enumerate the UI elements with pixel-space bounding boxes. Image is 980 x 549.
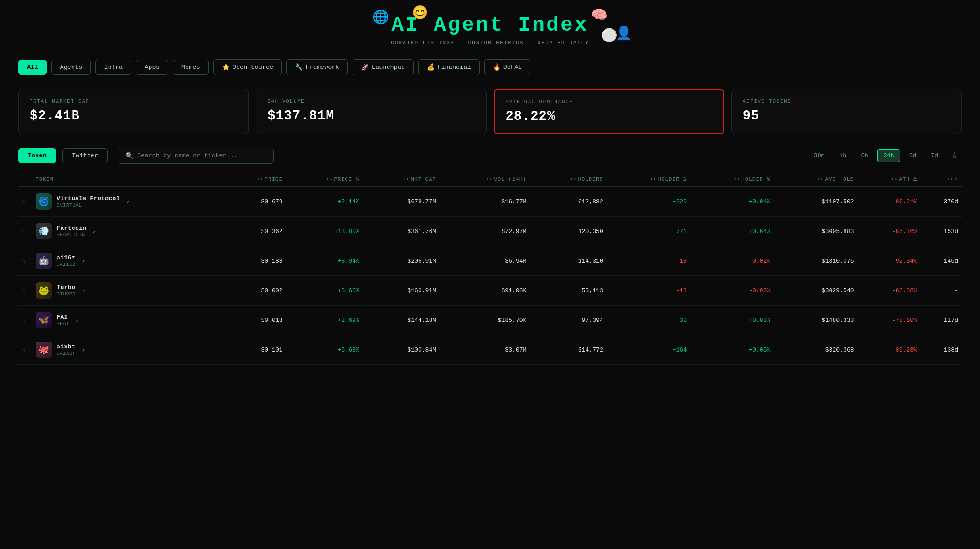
filter-infra[interactable]: Infra [95,60,131,75]
token-tab[interactable]: Token [18,148,56,163]
row-price-1: $0.362 [223,217,286,246]
token-link-icon-4[interactable]: ↗ [76,317,79,323]
stat-dominance: $VIRTUAL DOMINANCE 28.22% [494,89,724,134]
filter-financial[interactable]: 💰 Financial [418,59,479,75]
token-bar: Token Twitter 🔍 30m 1h 6h 24h 3d 7d ☆ [0,143,980,171]
row-price-3: $0.002 [223,276,286,306]
th-ath-delta[interactable]: ⬆⬇ATH Δ [858,171,921,187]
stat-dominance-label: $VIRTUAL DOMINANCE [506,99,712,104]
favorites-button[interactable]: ☆ [947,149,962,162]
row-holder-pct-2: -0.02% [690,246,774,276]
table-header-row: TOKEN ⬆⬇PRICE ⬆⬇PRICE % ⬆⬇MKT CAP ⬆⬇VOL … [18,171,962,187]
token-ticker-0: $VIRTUAL [57,202,120,208]
row-vol-24h-4: $185.70K [440,306,530,335]
token-link-icon-5[interactable]: ↗ [82,347,85,353]
filter-all[interactable]: All [18,60,47,75]
filter-launchpad[interactable]: 🚀 Launchpad [353,59,414,75]
filter-agents[interactable]: Agents [51,60,91,75]
row-star-5[interactable]: ☆ [18,335,32,365]
row-price-pct-2: +8.94% [286,246,363,276]
stat-volume: 24H VOLUME $137.81M [256,89,486,134]
filter-framework[interactable]: 🔧 Framework [286,59,347,75]
row-avg-hold-1: $3005.883 [774,217,857,246]
row-star-2[interactable]: ☆ [18,246,32,276]
stat-volume-label: 24H VOLUME [267,98,475,104]
th-holder-pct[interactable]: ⬆⬇HOLDER % [690,171,774,187]
page-header: 🌐 😊 🧠 ⚪ 👤 AI Agent Index CURATED LISTING… [0,0,980,50]
token-name-4: FAI [57,314,69,321]
row-mkt-cap-5: $100.84M [363,335,440,365]
table-row: ☆ 🦋 FAI $FAI ↗ $0.018 +2.69% $144.18M $1… [18,306,962,335]
filter-defai[interactable]: 🔥 DeFAI [484,59,531,75]
row-star-0[interactable]: ☆ [18,187,32,217]
row-holders-2: 114,310 [530,246,607,276]
token-table-container: TOKEN ⬆⬇PRICE ⬆⬇PRICE % ⬆⬇MKT CAP ⬆⬇VOL … [0,171,980,365]
stat-active-tokens-label: ACTIVE TOKENS [743,98,950,104]
row-holder-delta-3: -13 [607,276,690,306]
row-extra-3: - [921,276,962,306]
row-extra-2: 146d [921,246,962,276]
th-avg-hold[interactable]: ⬆⬇AVG HOLD [774,171,857,187]
row-star-4[interactable]: ☆ [18,306,32,335]
row-holder-delta-1: +771 [607,217,690,246]
token-link-icon-2[interactable]: ↗ [82,258,85,264]
framework-icon: 🔧 [295,63,303,71]
time-3d[interactable]: 3d [904,150,922,162]
stat-market-cap-label: TOTAL MARKET CAP [30,98,237,104]
token-link-icon-1[interactable]: ↗ [93,228,96,234]
row-vol-24h-3: $91.08K [440,276,530,306]
token-info-1: Fartcoin $FARTCOIN [57,225,86,238]
row-star-1[interactable]: ☆ [18,217,32,246]
row-price-pct-3: +3.66% [286,276,363,306]
token-info-3: Turbo $TURBO [57,284,75,297]
filter-opensource[interactable]: ⭐ Open Source [213,59,282,75]
row-holders-3: 53,113 [530,276,607,306]
time-7d[interactable]: 7d [925,150,944,162]
row-extra-5: 138d [921,335,962,365]
search-input[interactable] [137,152,267,159]
stat-active-tokens-value: 95 [743,109,950,124]
row-token-0: 🌀 Virtuals Protocol $VIRTUAL ↗ [32,187,223,217]
row-token-3: 🐸 Turbo $TURBO ↗ [32,276,223,306]
row-holder-pct-1: +0.64% [690,217,774,246]
row-price-4: $0.018 [223,306,286,335]
time-30m[interactable]: 30m [809,150,830,162]
th-holders[interactable]: ⬆⬇HOLDERS [530,171,607,187]
row-star-3[interactable]: ☆ [18,276,32,306]
th-price[interactable]: ⬆⬇PRICE [223,171,286,187]
twitter-tab[interactable]: Twitter [62,148,108,163]
th-holder-delta[interactable]: ⬆⬇HOLDER Δ [607,171,690,187]
opensource-icon: ⭐ [222,63,230,71]
th-price-pct[interactable]: ⬆⬇PRICE % [286,171,363,187]
time-24h[interactable]: 24h [877,149,900,162]
row-holder-delta-0: +220 [607,187,690,217]
token-ticker-3: $TURBO [57,291,75,297]
th-vol-24h[interactable]: ⬆⬇VOL (24H) [440,171,530,187]
page-title: AI Agent Index [9,14,971,36]
row-avg-hold-2: $1810.076 [774,246,857,276]
defai-icon: 🔥 [493,63,501,71]
floating-icon-2: 😊 [412,5,428,21]
time-6h[interactable]: 6h [856,150,874,162]
token-link-icon-0[interactable]: ↗ [126,199,130,205]
filter-apps[interactable]: Apps [136,60,168,75]
th-mkt-cap[interactable]: ⬆⬇MKT CAP [363,171,440,187]
row-ath-delta-3: -83.88% [858,276,921,306]
th-token: TOKEN [32,171,223,187]
token-link-icon-3[interactable]: ↗ [82,288,85,294]
time-1h[interactable]: 1h [834,150,852,162]
row-token-4: 🦋 FAI $FAI ↗ [32,306,223,335]
row-holders-4: 97,394 [530,306,607,335]
row-avg-hold-0: $1107.502 [774,187,857,217]
financial-icon: 💰 [427,63,435,71]
row-price-pct-4: +2.69% [286,306,363,335]
token-avatar-1: 💨 [36,223,52,239]
row-mkt-cap-1: $361.76M [363,217,440,246]
row-holder-pct-5: +0.05% [690,335,774,365]
floating-icon-3: 🧠 [591,7,607,23]
filter-memes[interactable]: Memes [173,60,209,75]
row-token-2: 🤖 ai16z $AI16Z ↗ [32,246,223,276]
th-extra[interactable]: ⬆⬇⚡ [921,171,962,187]
search-box: 🔍 [119,148,274,164]
subtitle-curated: CURATED LISTINGS [391,40,454,46]
